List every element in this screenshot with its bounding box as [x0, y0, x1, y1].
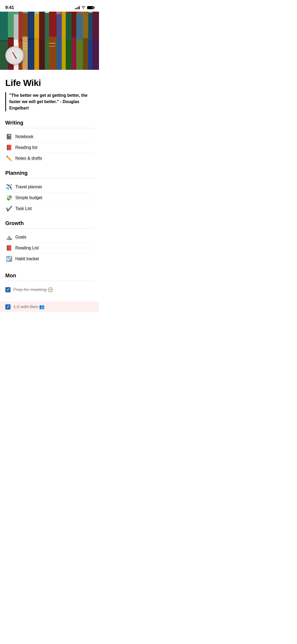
- svg-rect-5: [28, 12, 34, 43]
- svg-rect-3: [18, 12, 22, 42]
- svg-rect-8: [45, 13, 49, 42]
- svg-rect-16: [88, 13, 92, 43]
- reading-list-emoji: 📕: [5, 144, 13, 151]
- svg-rect-23: [14, 39, 18, 40]
- list-item[interactable]: ⛰️ Goals: [5, 232, 94, 243]
- list-item[interactable]: ✏️ Notes & drafts: [5, 153, 94, 164]
- svg-rect-31: [39, 40, 45, 70]
- planning-section: Planning ✈️ Travel planner 💸 Simple budg…: [5, 170, 94, 214]
- goals-emoji: ⛰️: [5, 234, 13, 240]
- todo-prep-label: Prep for meeting 📋: [13, 287, 53, 292]
- svg-rect-40: [88, 40, 92, 70]
- svg-rect-27: [22, 36, 28, 37]
- todo-item-prep[interactable]: Prep for meeting 📋: [5, 284, 94, 295]
- svg-rect-41: [92, 39, 99, 70]
- mon-section-title: Mon: [5, 273, 94, 279]
- svg-rect-46: [49, 46, 55, 47]
- svg-rect-21: [8, 38, 14, 39]
- svg-rect-30: [34, 38, 39, 70]
- growth-section: Growth ⛰️ Goals 📕 Reading List ☑️ Habit …: [5, 220, 94, 264]
- list-item[interactable]: 💸 Simple budget: [5, 192, 94, 203]
- list-item[interactable]: 📕 Reading list: [5, 142, 94, 153]
- travel-emoji: ✈️: [5, 184, 13, 190]
- svg-rect-35: [62, 38, 66, 70]
- svg-rect-39: [83, 38, 88, 70]
- svg-rect-0: [0, 12, 8, 43]
- growth-section-title: Growth: [5, 220, 94, 226]
- quote-text: "The better we get at getting better, th…: [9, 92, 94, 111]
- list-item[interactable]: ☑️ Habit tracker: [5, 254, 94, 264]
- checkbox-ben[interactable]: [5, 304, 11, 310]
- writing-section-title: Writing: [5, 120, 94, 126]
- svg-rect-1: [8, 12, 14, 41]
- svg-rect-2: [14, 14, 18, 41]
- svg-rect-34: [56, 39, 62, 70]
- signal-icon: [75, 6, 80, 9]
- budget-emoji: 💸: [5, 195, 13, 201]
- habit-tracker-label: Habit tracker: [15, 256, 39, 261]
- list-item[interactable]: 📕 Reading List: [5, 243, 94, 254]
- status-time: 9:41: [5, 5, 14, 10]
- tasklist-emoji: ✔️: [5, 205, 13, 212]
- list-item[interactable]: 📓 Notebook: [5, 131, 94, 142]
- goals-label: Goals: [15, 235, 26, 240]
- planning-divider: [5, 178, 94, 178]
- travel-label: Travel planner: [15, 185, 42, 189]
- todo-item-ben[interactable]: 1:1 with Ben 👥: [0, 301, 99, 312]
- svg-rect-19: [0, 40, 8, 41]
- svg-rect-28: [28, 39, 34, 70]
- svg-rect-33: [49, 37, 56, 70]
- habit-tracker-emoji: ☑️: [5, 256, 13, 262]
- quote-block: "The better we get at getting better, th…: [5, 92, 94, 111]
- notebook-emoji: 📓: [5, 134, 13, 140]
- reading-list-label: Reading list: [15, 145, 37, 150]
- mon-section: Mon Prep for meeting 📋: [5, 273, 94, 295]
- tasklist-label: Task List: [15, 206, 32, 211]
- checkbox-prep[interactable]: [5, 287, 11, 292]
- svg-rect-14: [76, 14, 83, 42]
- svg-rect-37: [72, 38, 76, 70]
- svg-rect-42: [23, 43, 27, 44]
- compass-icon: [5, 46, 24, 65]
- list-item[interactable]: ✈️ Travel planner: [5, 182, 94, 192]
- growth-reading-label: Reading List: [15, 246, 39, 250]
- writing-section: Writing 📓 Notebook 📕 Reading list ✏️ Not…: [5, 120, 94, 164]
- svg-rect-32: [45, 39, 49, 70]
- wifi-icon: [81, 6, 86, 10]
- status-icons: [75, 6, 94, 10]
- svg-rect-7: [39, 12, 45, 43]
- battery-icon: [87, 6, 94, 9]
- svg-rect-45: [49, 43, 55, 44]
- notebook-label: Notebook: [15, 134, 34, 139]
- todo-ben-label: 1:1 with Ben 👥: [13, 304, 45, 310]
- planning-section-title: Planning: [5, 170, 94, 176]
- writing-divider: [5, 128, 94, 128]
- svg-rect-6: [34, 14, 39, 42]
- list-item[interactable]: ✔️ Task List: [5, 203, 94, 214]
- growth-divider: [5, 228, 94, 229]
- svg-rect-12: [66, 13, 72, 42]
- main-content: Life Wiki "The better we get at getting …: [0, 70, 99, 295]
- notes-emoji: ✏️: [5, 155, 13, 162]
- budget-label: Simple budget: [15, 195, 42, 200]
- growth-reading-emoji: 📕: [5, 245, 13, 251]
- svg-rect-10: [56, 14, 62, 42]
- notes-label: Notes & drafts: [15, 156, 42, 161]
- status-bar: 9:41: [0, 0, 99, 12]
- svg-rect-38: [76, 39, 83, 70]
- mon-divider: [5, 281, 94, 281]
- svg-rect-13: [72, 12, 76, 42]
- svg-rect-25: [18, 40, 22, 41]
- svg-rect-29: [28, 39, 34, 40]
- svg-rect-36: [66, 40, 72, 70]
- page-title: Life Wiki: [5, 78, 94, 88]
